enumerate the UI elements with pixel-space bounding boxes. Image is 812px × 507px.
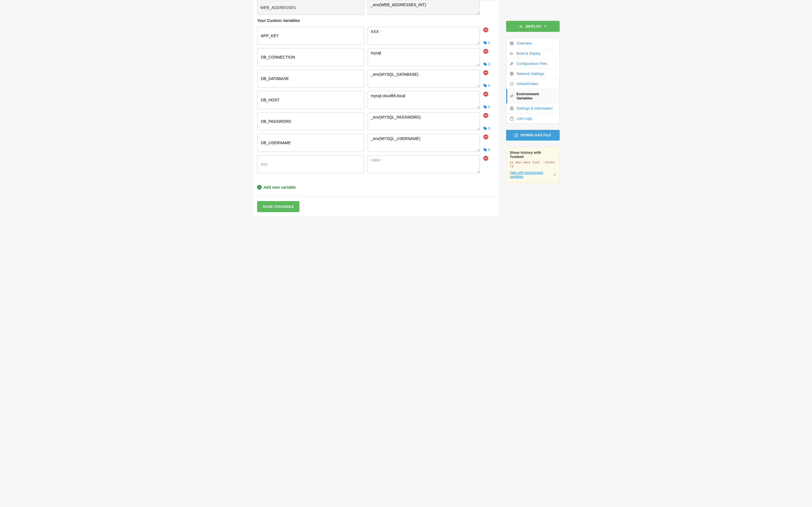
- tag-count[interactable]: 0: [483, 148, 491, 152]
- new-var-actions: [483, 155, 491, 173]
- var-key[interactable]: [257, 27, 364, 45]
- system-var-value: [368, 0, 480, 15]
- var-value[interactable]: [368, 69, 480, 88]
- help-link-label: Help with environment variables: [510, 171, 553, 179]
- remove-icon[interactable]: [483, 27, 488, 33]
- new-var-value[interactable]: [368, 155, 480, 173]
- help-link[interactable]: Help with environment variables: [510, 171, 556, 179]
- download-file-button[interactable]: DOWNLOAD FILE: [506, 130, 560, 140]
- var-row-actions: 0: [483, 112, 491, 130]
- var-key-input[interactable]: [260, 94, 361, 107]
- custom-var-row: 0: [257, 134, 495, 152]
- remove-icon[interactable]: [483, 70, 488, 75]
- sidebar-nav: Overview Build & Deploy Configuration Fi…: [506, 38, 560, 124]
- help-title: Show history with Toolbelt: [510, 151, 556, 159]
- var-value[interactable]: [368, 27, 480, 45]
- var-key[interactable]: [257, 69, 364, 88]
- tag-icon: [483, 105, 487, 109]
- swap-icon: [510, 94, 514, 98]
- sidebar: DEPLOY Overview Build & Deploy Configura…: [506, 0, 560, 182]
- sidebar-item-config-files[interactable]: Configuration Files: [506, 59, 559, 69]
- tag-count[interactable]: 0: [483, 41, 491, 45]
- custom-vars-heading: Your Custom Variables: [257, 18, 495, 23]
- var-value[interactable]: [368, 112, 480, 130]
- var-key-input[interactable]: [260, 29, 361, 42]
- var-key-input[interactable]: [260, 115, 361, 128]
- svg-rect-2: [512, 44, 513, 45]
- tag-count-value: 0: [488, 105, 490, 109]
- sidebar-item-label: Live Logs: [516, 116, 532, 121]
- var-key[interactable]: [257, 112, 364, 130]
- deploy-button[interactable]: DEPLOY: [506, 21, 560, 32]
- sidebar-item-label: Settings & Information: [516, 106, 553, 110]
- help-panel: Show history with Toolbelt cx env-vars l…: [506, 147, 560, 182]
- var-value[interactable]: [368, 134, 480, 152]
- external-link-icon: [553, 173, 556, 176]
- footer-bar: SAVE CHANGES: [253, 196, 499, 217]
- gear-icon: [510, 107, 514, 110]
- custom-var-row: 0: [257, 48, 495, 66]
- help-code: cx env-vars list --history: [510, 161, 556, 168]
- tag-icon: [483, 148, 487, 152]
- tag-icon: [483, 83, 487, 88]
- tag-count[interactable]: 0: [483, 105, 491, 109]
- var-value[interactable]: [368, 91, 480, 109]
- var-key[interactable]: [257, 91, 364, 109]
- download-icon: [514, 133, 518, 137]
- remove-icon[interactable]: [483, 113, 488, 118]
- sidebar-item-env-vars[interactable]: Environment Variables: [506, 89, 559, 103]
- var-row-actions: 0: [483, 48, 491, 66]
- var-value[interactable]: [368, 48, 480, 66]
- add-new-variable-link[interactable]: + Add new variable: [257, 185, 296, 189]
- new-var-key-input[interactable]: [260, 158, 361, 171]
- var-key[interactable]: [257, 134, 364, 152]
- tag-count-value: 0: [488, 41, 490, 45]
- grid-icon: [510, 41, 514, 45]
- custom-var-row: 0: [257, 91, 495, 109]
- remove-icon[interactable]: [483, 134, 488, 139]
- sidebar-item-label: Network Settings: [516, 71, 544, 76]
- sidebar-item-overview[interactable]: Overview: [506, 38, 559, 48]
- sidebar-item-build-deploy[interactable]: Build & Deploy: [506, 48, 559, 59]
- new-var-row: [257, 155, 495, 173]
- system-var-key: WEB_ADDRESSES: [257, 0, 364, 15]
- sidebar-item-label: Overview: [516, 41, 532, 45]
- sidebar-item-network[interactable]: Network Settings: [506, 69, 559, 79]
- var-key-input[interactable]: [260, 72, 361, 85]
- var-key-input[interactable]: [260, 136, 361, 149]
- cloud-upload-icon: [510, 52, 514, 55]
- tag-count[interactable]: 0: [483, 126, 491, 130]
- var-row-actions: 0: [483, 69, 491, 88]
- tag-icon: [483, 126, 487, 130]
- remove-icon[interactable]: [483, 49, 488, 54]
- svg-point-5: [511, 108, 512, 109]
- sidebar-item-activeprotect[interactable]: ActiveProtect: [506, 79, 559, 89]
- remove-icon[interactable]: [483, 92, 488, 97]
- var-key-input[interactable]: [260, 51, 361, 64]
- download-label: DOWNLOAD FILE: [520, 133, 551, 137]
- var-row-actions: 0: [483, 91, 491, 109]
- save-changes-button[interactable]: SAVE CHANGES: [257, 201, 299, 212]
- add-new-variable-label: Add new variable: [263, 185, 296, 189]
- svg-rect-6: [511, 117, 513, 117]
- sidebar-item-label: Configuration Files: [516, 61, 547, 66]
- sidebar-item-live-logs[interactable]: Live Logs: [506, 114, 559, 123]
- tag-icon: [483, 62, 487, 66]
- tag-count[interactable]: 0: [483, 62, 491, 66]
- sidebar-item-settings[interactable]: Settings & Information: [506, 103, 559, 114]
- remove-icon[interactable]: [483, 156, 488, 161]
- var-key[interactable]: [257, 48, 364, 66]
- new-var-key[interactable]: [257, 155, 364, 173]
- custom-var-row: 0: [257, 27, 495, 45]
- var-row-actions: 0: [483, 27, 491, 45]
- deploy-icon: [519, 24, 523, 29]
- globe-icon: [510, 72, 514, 76]
- custom-var-row: 0: [257, 112, 495, 130]
- tag-count-value: 0: [488, 83, 490, 88]
- tag-count[interactable]: 0: [483, 83, 491, 88]
- var-row-actions: 0: [483, 134, 491, 152]
- wrench-icon: [510, 62, 514, 66]
- deploy-label: DEPLOY: [525, 24, 542, 29]
- sidebar-item-label: ActiveProtect: [516, 82, 538, 86]
- clipboard-icon: [510, 117, 514, 121]
